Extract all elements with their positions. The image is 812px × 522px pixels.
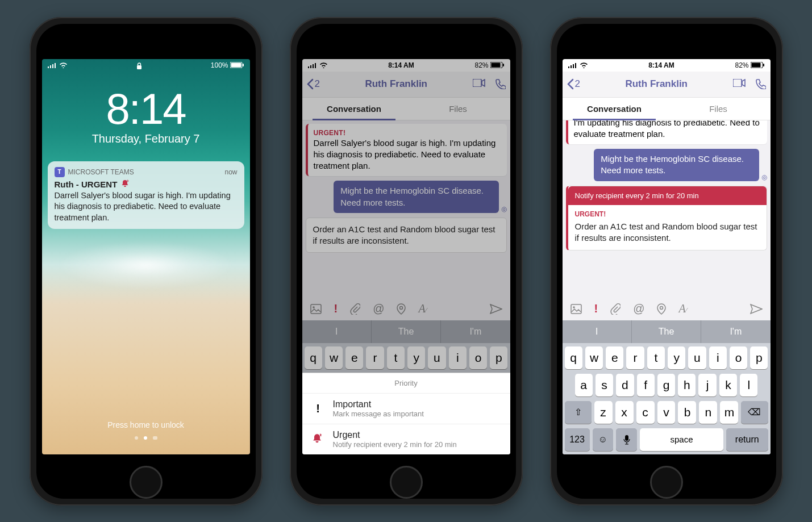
key-v[interactable]: v: [657, 401, 676, 424]
mention-icon[interactable]: @: [633, 302, 644, 315]
suggestion-1[interactable]: I: [302, 320, 372, 343]
format-icon[interactable]: A⁄: [678, 302, 686, 315]
audio-call-icon[interactable]: [756, 79, 766, 89]
key-return[interactable]: return: [726, 428, 768, 451]
key-i[interactable]: i: [449, 346, 467, 369]
attach-icon[interactable]: [350, 303, 360, 315]
key-delete[interactable]: ⌫: [741, 401, 768, 424]
key-h[interactable]: h: [678, 374, 696, 396]
incoming-urgent-message[interactable]: I'm updating his diagnosis to prediabeti…: [566, 120, 767, 145]
incoming-urgent-message[interactable]: URGENT! Darrell Salyer's blood sugar is …: [306, 124, 507, 177]
key-e[interactable]: e: [606, 346, 623, 369]
suggestion-2[interactable]: The: [372, 320, 441, 343]
key-o[interactable]: o: [469, 346, 487, 369]
key-g[interactable]: g: [657, 374, 675, 396]
format-icon[interactable]: A⁄: [418, 302, 426, 315]
suggestion-3[interactable]: I'm: [441, 320, 510, 343]
image-icon[interactable]: [310, 304, 322, 314]
keyboard: qwertyuiop: [302, 343, 510, 373]
page-dots: [42, 436, 250, 440]
compose-box[interactable]: Order an A1C test and Random blood sugar…: [306, 218, 507, 253]
tab-files[interactable]: Files: [667, 98, 771, 120]
home-button[interactable]: [390, 466, 423, 499]
priority-icon[interactable]: !: [594, 302, 598, 315]
key-z[interactable]: z: [594, 401, 613, 424]
key-mic[interactable]: [616, 428, 637, 451]
key-n[interactable]: n: [699, 401, 717, 424]
home-button[interactable]: [650, 466, 683, 499]
key-space[interactable]: space: [640, 428, 723, 451]
svg-point-29: [660, 306, 663, 309]
send-icon[interactable]: [490, 304, 502, 314]
home-button[interactable]: [130, 466, 163, 499]
key-a[interactable]: a: [575, 374, 593, 396]
svg-rect-10: [313, 64, 314, 68]
key-d[interactable]: d: [616, 374, 634, 396]
key-y[interactable]: y: [668, 346, 685, 369]
conversation-area[interactable]: I'm updating his diagnosis to prediabeti…: [563, 120, 771, 298]
key-s[interactable]: s: [596, 374, 613, 396]
key-j[interactable]: j: [698, 374, 716, 396]
key-l[interactable]: l: [740, 374, 757, 396]
suggestion-1[interactable]: I: [563, 320, 632, 343]
svg-rect-27: [571, 304, 581, 314]
attach-icon[interactable]: [610, 303, 621, 315]
key-123[interactable]: 123: [565, 428, 590, 451]
key-i[interactable]: i: [709, 346, 727, 369]
location-icon[interactable]: [397, 303, 406, 315]
tab-conversation[interactable]: Conversation: [302, 98, 406, 120]
lock-icon: [136, 62, 142, 70]
tab-files-label: Files: [449, 104, 467, 114]
key-shift[interactable]: ⇧: [565, 401, 592, 424]
send-icon[interactable]: [750, 304, 763, 314]
key-w[interactable]: w: [585, 346, 603, 369]
outgoing-message[interactable]: Might be the Hemoglobin SC disease. Need…: [334, 181, 498, 213]
mention-icon[interactable]: @: [373, 302, 384, 315]
suggestion-3[interactable]: I'm: [701, 320, 770, 343]
key-q[interactable]: q: [305, 346, 322, 369]
key-b[interactable]: b: [678, 401, 696, 424]
phone-lockscreen: 100% 8:14 Thursday, February 7 T MICROSO…: [30, 17, 263, 506]
key-p[interactable]: p: [750, 346, 768, 369]
suggestion-2[interactable]: The: [632, 320, 701, 343]
key-y[interactable]: y: [407, 346, 425, 369]
svg-rect-6: [231, 63, 241, 68]
key-q[interactable]: q: [565, 346, 582, 369]
priority-important[interactable]: ! Important Mark message as important: [302, 393, 510, 424]
incoming-text: Darrell Salyer's blood sugar is high. I'…: [314, 137, 501, 172]
back-button[interactable]: 2: [567, 78, 580, 90]
priority-urgent[interactable]: Urgent Notify recipient every 2 min for …: [302, 424, 510, 454]
key-c[interactable]: c: [636, 401, 655, 424]
key-t[interactable]: t: [387, 346, 405, 369]
key-r[interactable]: r: [626, 346, 644, 369]
signal-icon: [308, 62, 317, 68]
notification-card[interactable]: T MICROSOFT TEAMS now Ruth - URGENT Darr…: [48, 161, 244, 229]
tab-files[interactable]: Files: [406, 98, 510, 120]
key-x[interactable]: x: [615, 401, 634, 424]
video-call-icon[interactable]: [473, 79, 485, 89]
audio-call-icon[interactable]: [495, 79, 506, 89]
priority-icon[interactable]: !: [334, 302, 338, 315]
conversation-area[interactable]: URGENT! Darrell Salyer's blood sugar is …: [302, 120, 510, 298]
tab-conversation[interactable]: Conversation: [563, 98, 667, 120]
battery-icon: [490, 62, 504, 68]
back-button[interactable]: 2: [307, 78, 320, 90]
key-k[interactable]: k: [719, 374, 737, 396]
key-m[interactable]: m: [720, 401, 738, 424]
key-emoji[interactable]: ☺: [593, 428, 614, 451]
compose-box-urgent[interactable]: Notify recipient every 2 min for 20 min …: [566, 186, 767, 250]
key-u[interactable]: u: [428, 346, 445, 369]
key-t[interactable]: t: [647, 346, 665, 369]
outgoing-message[interactable]: Might be the Hemoglobin SC disease. Need…: [594, 149, 759, 181]
key-f[interactable]: f: [637, 374, 655, 396]
key-r[interactable]: r: [366, 346, 384, 369]
kb-row-3: ⇧ zxcvbnm ⌫: [565, 401, 768, 424]
image-icon[interactable]: [571, 304, 582, 314]
key-p[interactable]: p: [490, 346, 507, 369]
key-o[interactable]: o: [730, 346, 747, 369]
key-w[interactable]: w: [325, 346, 343, 369]
location-icon[interactable]: [657, 303, 666, 315]
video-call-icon[interactable]: [733, 79, 746, 89]
key-u[interactable]: u: [688, 346, 706, 369]
key-e[interactable]: e: [345, 346, 363, 369]
